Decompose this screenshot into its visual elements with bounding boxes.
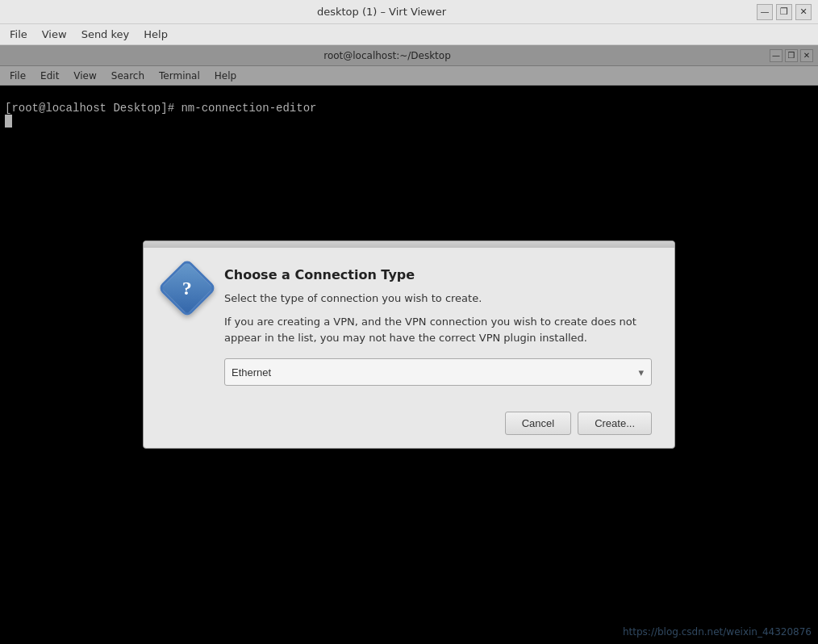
connection-type-dialog: ? Choose a Connection Type Select the ty… — [143, 240, 675, 450]
maximize-button[interactable]: ❒ — [776, 4, 792, 20]
modal-title: Choose a Connection Type — [224, 267, 652, 282]
help-icon: ? — [157, 258, 217, 318]
close-button[interactable]: ✕ — [795, 4, 812, 20]
cancel-button[interactable]: Cancel — [505, 412, 571, 435]
guest-desktop: Applications Places — [0, 45, 818, 644]
create-button[interactable]: Create... — [578, 412, 652, 435]
virt-menu-help[interactable]: Help — [137, 27, 174, 42]
modal-description: Select the type of connection you wish t… — [224, 291, 652, 307]
virt-menu-sendkey[interactable]: Send key — [75, 27, 136, 42]
modal-overlay: ? Choose a Connection Type Select the ty… — [0, 45, 818, 644]
modal-buttons: Cancel Create... — [144, 402, 674, 448]
virt-menu-view[interactable]: View — [35, 27, 73, 42]
virt-viewer-window: desktop (1) – Virt Viewer — ❒ ✕ File Vie… — [0, 0, 818, 644]
connection-type-select[interactable]: Ethernet Wi-Fi InfiniBand DSL Bond Bridg… — [224, 358, 652, 386]
modal-note: If you are creating a VPN, and the VPN c… — [224, 314, 652, 345]
virt-menu-bar: File View Send key Help — [0, 24, 818, 45]
window-controls: — ❒ ✕ — [757, 4, 812, 20]
virt-menu-file[interactable]: File — [3, 27, 34, 42]
modal-content: ? Choose a Connection Type Select the ty… — [144, 248, 674, 403]
help-icon-label: ? — [182, 277, 192, 299]
connection-type-select-wrapper: Ethernet Wi-Fi InfiniBand DSL Bond Bridg… — [224, 358, 652, 386]
title-bar: desktop (1) – Virt Viewer — ❒ ✕ — [0, 0, 818, 24]
minimize-button[interactable]: — — [757, 4, 773, 20]
modal-text-area: Choose a Connection Type Select the type… — [224, 267, 652, 387]
window-title: desktop (1) – Virt Viewer — [6, 6, 757, 18]
modal-header-bar — [144, 241, 674, 248]
modal-icon-area: ? — [166, 267, 208, 387]
